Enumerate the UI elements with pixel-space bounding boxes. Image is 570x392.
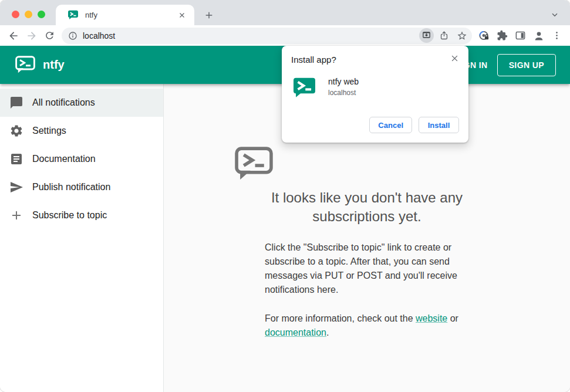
dialog-app-text: ntfy web localhost — [328, 77, 359, 97]
dialog-title: Install app? — [291, 55, 459, 65]
paragraph2-suffix: . — [326, 327, 329, 337]
app-title: ntfy — [43, 58, 65, 72]
site-info-icon[interactable] — [68, 31, 77, 40]
browser-toolbar: localhost — [0, 25, 570, 46]
tab-strip: ntfy — [0, 0, 570, 25]
url-text[interactable]: localhost — [83, 31, 416, 40]
sidebar-item-documentation[interactable]: Documentation — [0, 145, 163, 173]
documentation-link[interactable]: documentation — [265, 327, 326, 337]
address-bar[interactable]: localhost — [62, 28, 472, 44]
paragraph2-prefix: For more information, check out the — [265, 313, 416, 323]
privacy-extension-icon[interactable] — [475, 27, 493, 45]
chat-icon — [9, 96, 23, 110]
forward-button[interactable] — [22, 27, 41, 45]
dialog-app-origin: localhost — [328, 89, 359, 97]
sidebar-item-label: Documentation — [32, 154, 96, 164]
macos-traffic-lights — [12, 11, 45, 18]
dialog-actions: Cancel Install — [291, 117, 459, 133]
sidebar: All notifications Settings Documentation… — [0, 84, 164, 392]
sidebar-item-label: Settings — [32, 126, 66, 136]
side-panel-icon[interactable] — [511, 27, 529, 45]
sign-up-button[interactable]: SIGN UP — [497, 54, 556, 76]
ntfy-app-icon — [294, 77, 315, 99]
bookmark-star-icon[interactable] — [454, 28, 469, 43]
new-tab-button[interactable] — [203, 9, 215, 22]
website-link[interactable]: website — [416, 313, 447, 323]
tab-title: ntfy — [85, 11, 177, 19]
close-window-button[interactable] — [12, 11, 19, 18]
article-icon — [9, 152, 23, 166]
gear-icon — [9, 124, 23, 138]
install-app-dialog: Install app? ntfy web localhost Cancel I… — [282, 46, 468, 143]
plus-icon — [9, 208, 23, 222]
tab-close-icon[interactable] — [177, 10, 187, 21]
sidebar-item-publish-notification[interactable]: Publish notification — [0, 173, 163, 201]
reload-button[interactable] — [41, 27, 59, 45]
profile-avatar-icon[interactable] — [529, 27, 548, 45]
menu-dots-icon[interactable] — [548, 27, 566, 45]
install-button[interactable]: Install — [419, 117, 459, 133]
browser-window: ntfy localhost — [0, 0, 570, 392]
minimize-window-button[interactable] — [25, 11, 32, 18]
sidebar-item-all-notifications[interactable]: All notifications — [0, 89, 163, 117]
paragraph2-middle: or — [447, 313, 458, 323]
ntfy-logo-gray-icon — [235, 147, 273, 181]
dialog-body: ntfy web localhost — [291, 77, 459, 99]
share-icon[interactable] — [437, 28, 451, 43]
empty-state-heading: It looks like you don't have any subscri… — [244, 188, 490, 226]
dialog-close-icon[interactable] — [448, 52, 461, 65]
send-icon — [9, 180, 23, 194]
zoom-window-button[interactable] — [38, 11, 45, 18]
extensions-puzzle-icon[interactable] — [493, 27, 511, 45]
tab-search-chevron-icon[interactable] — [550, 10, 562, 22]
sidebar-item-label: Publish notification — [32, 182, 110, 192]
dialog-app-name: ntfy web — [328, 77, 359, 86]
ntfy-logo-icon — [15, 56, 35, 74]
install-app-button[interactable] — [419, 28, 434, 43]
browser-tab[interactable]: ntfy — [56, 5, 194, 25]
empty-state-paragraph: Click the "Subscribe to topic" link to c… — [265, 241, 469, 297]
sidebar-item-subscribe-to-topic[interactable]: Subscribe to topic — [0, 201, 163, 229]
sidebar-item-label: All notifications — [32, 97, 95, 108]
back-button[interactable] — [4, 27, 22, 45]
empty-state-links-paragraph: For more information, check out the webs… — [265, 312, 469, 340]
sidebar-item-settings[interactable]: Settings — [0, 117, 163, 145]
cancel-button[interactable]: Cancel — [369, 117, 412, 133]
sidebar-item-label: Subscribe to topic — [32, 210, 107, 221]
ntfy-favicon-icon — [68, 10, 78, 20]
